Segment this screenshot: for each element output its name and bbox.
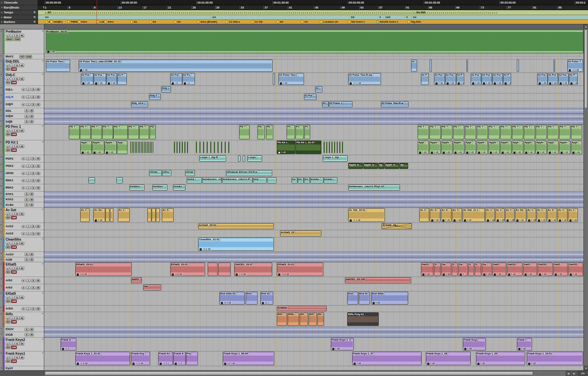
- audio-clip[interactable]: AcGat2_09-02: [198, 223, 274, 229]
- clip-fragment[interactable]: [196, 142, 197, 153]
- record-enable-button[interactable]: ●: [21, 165, 26, 168]
- audio-clip[interactable]: GatO0 dB: [523, 263, 537, 276]
- record-enable-button[interactable]: ●: [21, 95, 26, 99]
- waveform-view-selector[interactable]: wv: [6, 300, 10, 303]
- audio-clip[interactable]: Loops 1_bip.R: [199, 155, 226, 162]
- record-enable-button[interactable]: ●: [6, 356, 9, 359]
- audio-clip[interactable]: PC: [295, 125, 304, 139]
- audio-clip[interactable]: Apple lo: [348, 163, 363, 169]
- audio-clip[interactable]: 02 Pul0 dB: [445, 73, 456, 85]
- track-rail[interactable]: ▸: [0, 170, 3, 177]
- track-name[interactable]: AcGV: [6, 253, 24, 256]
- horizontal-scrollbar[interactable]: ◀ ▶ ◀ ▶: [0, 370, 588, 376]
- audio-clip[interactable]: [110, 208, 113, 222]
- clip-fragment[interactable]: [150, 142, 150, 153]
- audio-clip[interactable]: 02 Pulse Two.R.wa-17.2 dB: [348, 73, 381, 85]
- mute-button[interactable]: M: [36, 157, 40, 160]
- audio-clip[interactable]: PD T: [80, 125, 91, 139]
- track-name[interactable]: PD Perc 1: [6, 125, 43, 129]
- automation-mode-selector[interactable]: red: [11, 346, 17, 349]
- memory-marker[interactable]: A3: [174, 20, 180, 23]
- audio-clip[interactable]: Appl0 dB: [547, 141, 559, 154]
- mute-button[interactable]: M: [20, 242, 24, 245]
- track-rail[interactable]: ▸: [0, 277, 3, 284]
- audio-clip[interactable]: kic: [292, 177, 297, 183]
- audio-clip[interactable]: G: [452, 263, 458, 276]
- audio-clip[interactable]: 02 Pul0 dB: [482, 73, 492, 85]
- automation-mode-selector[interactable]: red: [11, 216, 17, 219]
- mute-button[interactable]: M: [36, 307, 40, 310]
- audio-clip[interactable]: Ap: [378, 163, 384, 169]
- solo-button[interactable]: S: [25, 198, 29, 201]
- clip-fragment[interactable]: [135, 142, 136, 153]
- audio-clip[interactable]: Ac C0 dB: [495, 208, 504, 222]
- audio-clip[interactable]: Frank Key+1.5 dB: [131, 352, 150, 365]
- audio-clip[interactable]: Riff: [309, 312, 317, 326]
- solo-button[interactable]: S: [25, 203, 29, 207]
- audio-clip[interactable]: PD T: [500, 125, 511, 139]
- solo-button[interactable]: S: [25, 192, 29, 196]
- clip-fragment[interactable]: [218, 142, 218, 153]
- track-name[interactable]: AcG2: [6, 225, 21, 228]
- clip-fragment[interactable]: [221, 142, 222, 153]
- audio-clip[interactable]: GatOl: [131, 277, 142, 283]
- track-rail[interactable]: ▸: [0, 230, 3, 237]
- audio-clip[interactable]: Rif: [300, 312, 308, 326]
- record-enable-button[interactable]: ●: [21, 179, 26, 182]
- track-name[interactable]: AcG3: [6, 232, 21, 235]
- audio-clip[interactable]: 02 Pulse Two.L.wav-DCRM_02-190 dB: [79, 60, 273, 72]
- track-rail[interactable]: ▸: [0, 59, 3, 72]
- audio-clip[interactable]: Frank Keys 2_00 dB: [331, 338, 354, 350]
- mute-button[interactable]: M: [20, 64, 24, 67]
- audio-clip[interactable]: GatO0 dB: [553, 263, 568, 276]
- record-enable-button[interactable]: ●: [21, 307, 26, 310]
- expand-arrow-icon[interactable]: ▾: [1, 6, 3, 9]
- audio-clip[interactable]: 02 P0 dB: [503, 73, 511, 85]
- mute-button[interactable]: M: [29, 120, 34, 123]
- track-rail[interactable]: ▸: [0, 306, 3, 312]
- add-tempo-event-button[interactable]: +: [33, 10, 36, 14]
- track-name[interactable]: PreMaster: [6, 30, 43, 33]
- solo-button[interactable]: S: [15, 145, 19, 148]
- audio-clip[interactable]: Ac C0 dB: [537, 208, 546, 222]
- audio-clip[interactable]: GatOD0 dB: [538, 263, 553, 276]
- mute-button[interactable]: M: [36, 232, 40, 235]
- clip-fragment[interactable]: [147, 142, 147, 153]
- track-rail[interactable]: ▸: [0, 108, 3, 113]
- automation-mode-selector[interactable]: red: [11, 300, 17, 303]
- audio-clip[interactable]: ElGatS_01-01+0.6 dB: [277, 263, 323, 276]
- track-name[interactable]: BbK2: [6, 186, 21, 189]
- input-monitor-button[interactable]: I: [26, 172, 30, 175]
- track-rail[interactable]: ▸: [0, 73, 3, 86]
- track-name[interactable]: DdjFl: [6, 103, 21, 106]
- clip-fragment[interactable]: [153, 142, 153, 153]
- record-enable-button[interactable]: ●: [21, 88, 26, 91]
- solo-button[interactable]: S: [31, 165, 35, 168]
- memory-marker[interactable]: A1: [130, 20, 137, 23]
- mute-button[interactable]: M: [29, 115, 34, 118]
- edit-selection-marker-icon[interactable]: ▾: [43, 6, 45, 9]
- horizontal-scroll-thumb[interactable]: [45, 371, 533, 375]
- solo-button[interactable]: S: [15, 356, 19, 359]
- track-name[interactable]: PDP2: [6, 157, 21, 161]
- audio-clip[interactable]: App: [117, 141, 127, 154]
- audio-clip[interactable]: Frank Keys 1_10-010 dB: [527, 352, 583, 365]
- track-name[interactable]: KysV: [6, 366, 43, 370]
- audio-clip[interactable]: Loops 1_bip.: [323, 155, 348, 162]
- track-name[interactable]: ElGatS: [6, 263, 43, 266]
- input-monitor-button[interactable]: I: [26, 232, 30, 235]
- clip-fragment[interactable]: [324, 142, 325, 153]
- input-monitor-button[interactable]: I: [10, 77, 14, 81]
- track-rail[interactable]: ▸: [0, 93, 3, 101]
- track-name[interactable]: DdjVr: [6, 114, 24, 118]
- clip-fragment[interactable]: [207, 142, 208, 153]
- ruler-label-markers[interactable]: ▸ Markers +: [0, 20, 38, 24]
- audio-clip[interactable]: PD T: [441, 125, 452, 139]
- track-rail[interactable]: ▸: [0, 125, 3, 140]
- audio-clip[interactable]: Apple0 dB: [92, 141, 104, 154]
- track-rail[interactable]: ▸: [0, 114, 3, 119]
- solo-button[interactable]: S: [31, 172, 35, 175]
- track-name[interactable]: ArbG: [6, 307, 21, 310]
- solo-button[interactable]: S: [15, 316, 19, 320]
- automation-mode-selector[interactable]: read: [25, 55, 32, 58]
